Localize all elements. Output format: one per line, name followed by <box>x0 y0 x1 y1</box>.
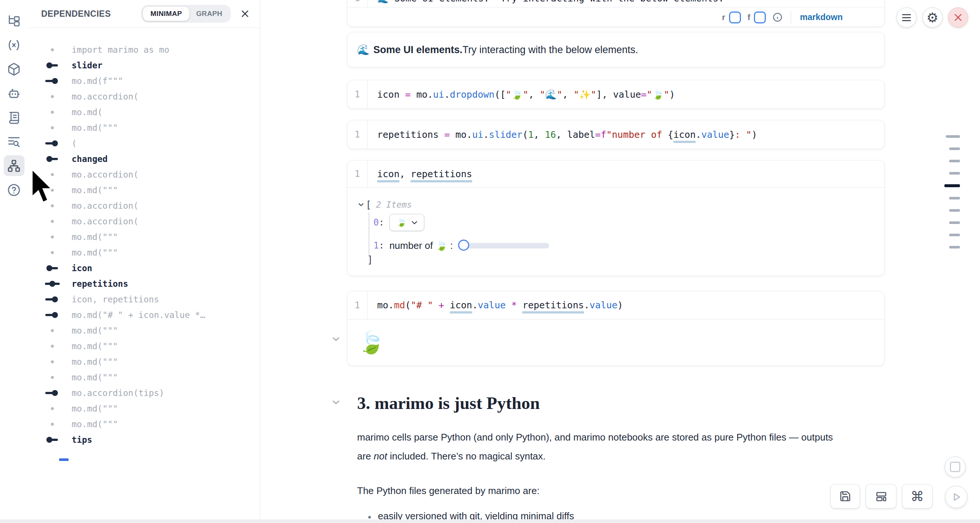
help-circle-icon[interactable] <box>4 179 24 200</box>
r-toggle-checkbox[interactable] <box>729 11 741 23</box>
minimap-row[interactable]: mo.md(""" <box>28 229 260 245</box>
chevron-down-icon <box>412 221 417 224</box>
outline-line[interactable] <box>949 160 960 162</box>
outline-line[interactable] <box>946 135 960 138</box>
minimap-row[interactable]: mo.md(""" <box>28 354 260 370</box>
outline-line[interactable] <box>949 222 960 224</box>
cell-marker-icon <box>46 432 59 448</box>
layout-button[interactable] <box>865 484 896 509</box>
minimap-cell-label: mo.md(""" <box>72 232 118 242</box>
line-number: 1 <box>347 120 368 148</box>
package-icon[interactable] <box>4 59 24 80</box>
minimap-row[interactable]: mo.md(""" <box>28 323 260 338</box>
minimap-row[interactable]: mo.md(""" <box>28 416 260 432</box>
close-panel-button[interactable] <box>240 8 250 19</box>
shortcuts-button[interactable]: ⌘ <box>902 484 932 509</box>
minimap-row[interactable]: mo.md(""" <box>28 120 260 136</box>
minimap-row[interactable]: mo.md(f""" <box>28 73 260 89</box>
minimap-row[interactable]: mo.md(""" <box>28 182 260 198</box>
minimap-row[interactable]: mo.md("# " + icon.value *… <box>28 307 260 323</box>
activity-bar <box>0 0 28 523</box>
layout-icon <box>875 490 887 502</box>
scroll-icon[interactable] <box>4 107 24 128</box>
minimap-row[interactable]: icon, repetitions <box>28 292 260 307</box>
collapse-section-icon[interactable] <box>332 400 339 404</box>
minimap-cell-label: mo.accordion(tips) <box>72 388 164 398</box>
code-cell-tuple[interactable]: 1 icon, repetitions [ 2 Items 0 : 🍃 1 : … <box>347 160 885 276</box>
code-cell-slider[interactable]: 1 repetitions = mo.ui.slider(1, 16, labe… <box>347 120 885 149</box>
minimap-cell-label: mo.md( <box>72 107 102 117</box>
minimap-row[interactable]: mo.accordion( <box>28 89 260 104</box>
info-icon[interactable] <box>773 12 783 22</box>
dropdown-select[interactable]: 🍃 <box>390 214 424 231</box>
minimap-row[interactable]: mo.accordion( <box>28 214 260 229</box>
minimap-row[interactable]: mo.md( <box>28 104 260 120</box>
outline-line[interactable] <box>949 246 960 249</box>
minimap-cell-label: import marimo as mo <box>72 45 169 54</box>
tab-graph[interactable]: GRAPH <box>189 7 229 21</box>
minimap-row[interactable]: mo.md(""" <box>28 401 260 416</box>
code-line[interactable]: icon = mo.ui.dropdown(["🍃", "🌊", "✨"], v… <box>377 89 675 100</box>
dependencies-panel: DEPENDENCIES MINIMAP GRAPH import marimo… <box>28 0 260 523</box>
collapse-array-icon[interactable] <box>359 203 363 206</box>
minimap-cell-label: mo.md(""" <box>72 373 118 382</box>
minimap-row[interactable]: slider <box>28 57 260 73</box>
save-button[interactable] <box>830 484 860 509</box>
code-cell-md[interactable]: 1 mo.md("# " + icon.value * repetitions.… <box>347 291 885 366</box>
minimap-row[interactable]: tips <box>28 432 260 448</box>
f-toggle-checkbox[interactable] <box>754 11 766 23</box>
search-list-icon[interactable] <box>4 131 24 152</box>
shutdown-button[interactable] <box>948 8 968 27</box>
outline-line[interactable] <box>949 209 960 212</box>
outline-line[interactable] <box>949 147 960 150</box>
tab-minimap[interactable]: MINIMAP <box>143 7 189 21</box>
slider-track[interactable] <box>459 243 549 249</box>
variables-icon[interactable] <box>4 35 24 55</box>
minimap-row[interactable]: mo.md(""" <box>28 338 260 354</box>
wave-emoji: 🌊 <box>357 44 370 56</box>
line-number: 1 <box>347 291 368 319</box>
r-toggle-label: r <box>722 13 725 22</box>
paragraph-line-1: marimo cells parse Python (and only Pyth… <box>357 428 884 447</box>
minimap-row[interactable]: mo.md(""" <box>28 245 260 260</box>
slider-thumb[interactable] <box>458 239 469 251</box>
minimap-row[interactable]: mo.md(""" <box>28 370 260 385</box>
cell-marker-icon <box>46 338 59 354</box>
robot-icon[interactable] <box>4 83 24 104</box>
outline-line[interactable] <box>949 197 960 199</box>
stop-button[interactable] <box>945 456 966 477</box>
code-line[interactable]: repetitions = mo.ui.slider(1, 16, label=… <box>377 129 757 140</box>
minimap-cell-label: mo.accordion( <box>72 170 138 179</box>
minimap-row[interactable]: repetitions <box>28 276 260 292</box>
outline-line[interactable] <box>944 184 960 187</box>
minimap-row[interactable]: mo.accordion(tips) <box>28 385 260 401</box>
file-tree-icon[interactable] <box>4 10 24 31</box>
minimap-row[interactable]: import marimo as mo <box>28 42 260 57</box>
item-index: 0 <box>374 217 379 228</box>
minimap-row[interactable]: mo.accordion( <box>28 167 260 182</box>
minimap-cell-label: ( <box>72 139 77 148</box>
minimap-row[interactable]: mo.accordion( <box>28 198 260 214</box>
markdown-cell-editor[interactable]: 1 🌊 Some UI elements. Try interacting wi… <box>347 0 885 27</box>
code-cell-dropdown[interactable]: 1 icon = mo.ui.dropdown(["🍃", "🌊", "✨"],… <box>347 80 885 109</box>
footer-strip <box>0 520 980 523</box>
settings-button[interactable]: ⚙ <box>923 8 942 27</box>
run-button[interactable] <box>945 486 967 508</box>
outline-line[interactable] <box>949 234 960 236</box>
item-separator: : <box>379 217 384 228</box>
minimap-row[interactable]: icon <box>28 260 260 276</box>
code-line[interactable]: 🌊 Some UI elements. Try interacting with… <box>377 0 724 4</box>
outline-line[interactable] <box>949 172 960 175</box>
view-toggle: MINIMAP GRAPH <box>141 5 231 23</box>
minimap-cell-label: icon <box>72 263 92 273</box>
sitemap-icon[interactable] <box>4 155 24 176</box>
item-index: 1 <box>374 240 379 251</box>
minimap-row[interactable]: changed <box>28 151 260 167</box>
menu-button[interactable] <box>896 8 916 27</box>
code-line[interactable]: mo.md("# " + icon.value * repetitions.va… <box>377 300 623 311</box>
minimap-row[interactable]: ( <box>28 136 260 151</box>
markdown-toolbar: r f markdown <box>347 8 884 27</box>
collapse-cell-icon[interactable] <box>332 337 339 341</box>
code-line[interactable]: icon, repetitions <box>377 169 472 179</box>
language-label[interactable]: markdown <box>800 12 843 22</box>
